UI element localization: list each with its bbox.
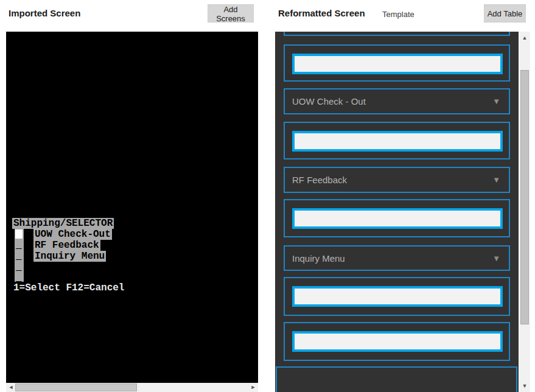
reformatted-screen-panel: UOW Check - Out ▼ RF Feedback ▼ Inquiry … (275, 32, 519, 392)
text-input-field-2[interactable] (292, 131, 503, 152)
terminal-cursor (15, 229, 23, 239)
field-group (284, 44, 510, 82)
scroll-right-arrow-icon[interactable]: ► (248, 383, 258, 392)
field-group-clipped-top (284, 32, 510, 36)
dropdown-label: Inquiry Menu (292, 253, 345, 264)
imported-terminal-screen[interactable]: Shipping/SELECTOR _ _ _ _ UOW Check-Out … (6, 32, 258, 383)
terminal-input-field: _ (16, 262, 22, 273)
dropdown-label: UOW Check - Out (292, 96, 366, 107)
add-table-button[interactable]: Add Table (484, 4, 526, 23)
dropdown-arrow-icon: ▼ (492, 175, 500, 184)
text-input-field-3[interactable] (292, 208, 503, 229)
scroll-left-arrow-icon[interactable]: ◄ (6, 383, 16, 392)
vertical-scrollbar[interactable]: ▲ ▼ (519, 32, 530, 392)
scroll-down-arrow-icon[interactable]: ▼ (519, 381, 530, 391)
add-screens-button[interactable]: Add Screens (208, 4, 254, 23)
horizontal-scrollbar[interactable]: ◄ ► (6, 383, 258, 392)
vertical-scrollbar-thumb[interactable] (520, 70, 529, 324)
dropdown-uow-check-out[interactable]: UOW Check - Out ▼ (284, 88, 510, 114)
terminal-input-field: _ (16, 251, 22, 262)
terminal-menu-item-rf-feedback: RF Feedback (33, 240, 100, 251)
text-input-field-1[interactable] (292, 54, 503, 74)
reformatted-screen-title: Reformatted Screen (278, 8, 365, 18)
table-container-clipped-bottom (276, 366, 517, 392)
horizontal-scrollbar-thumb[interactable] (15, 383, 137, 391)
text-input-field-4[interactable] (292, 286, 503, 307)
terminal-menu-item-inquiry-menu: Inquiry Menu (33, 251, 106, 262)
field-group (284, 122, 510, 159)
screen-mapper-window: Imported Screen Add Screens Shipping/SEL… (0, 0, 535, 392)
imported-screen-title: Imported Screen (9, 8, 80, 18)
dropdown-arrow-icon: ▼ (492, 254, 500, 263)
terminal-title-line: Shipping/SELECTOR (12, 218, 114, 229)
terminal-menu-item-uow-check-out: UOW Check-Out (33, 229, 112, 240)
dropdown-arrow-icon: ▼ (492, 97, 500, 106)
field-group (284, 322, 510, 361)
dropdown-rf-feedback[interactable]: RF Feedback ▼ (284, 167, 510, 193)
terminal-footer-keys: 1=Select F12=Cancel (13, 282, 124, 293)
text-input-field-5[interactable] (292, 331, 503, 352)
terminal-input-field: _ (16, 240, 22, 251)
template-label: Template (382, 10, 414, 19)
scroll-up-arrow-icon[interactable]: ▲ (519, 33, 530, 43)
dropdown-label: RF Feedback (292, 175, 347, 185)
terminal-input-column: _ _ _ _ (15, 229, 24, 282)
field-group (284, 199, 510, 237)
field-group (284, 277, 510, 316)
dropdown-inquiry-menu[interactable]: Inquiry Menu ▼ (284, 245, 510, 271)
